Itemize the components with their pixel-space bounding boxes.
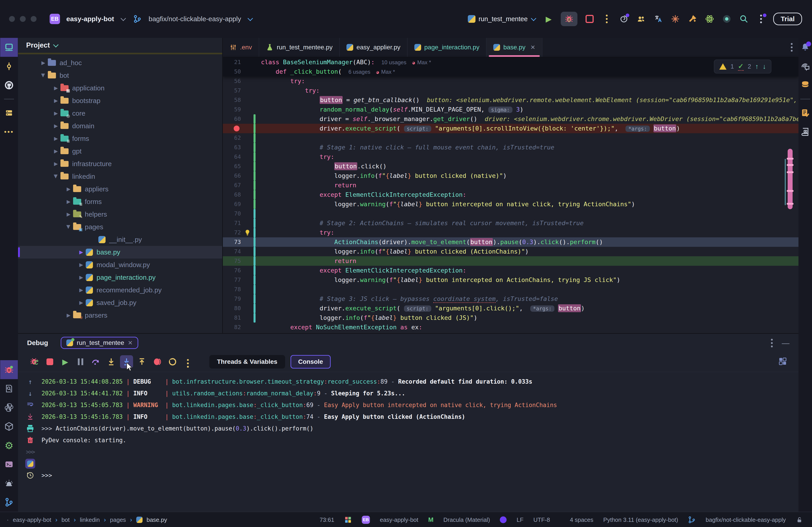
code-line-81[interactable]: 81 logger.info(f"{label} button clicked … (223, 313, 798, 322)
code-line-67[interactable]: 67 return (223, 181, 798, 190)
line-number[interactable]: 59 (223, 105, 243, 114)
breadcrumb-item[interactable]: pages (110, 516, 126, 523)
line-number[interactable]: 67 (223, 181, 243, 190)
tree-item-linkedin[interactable]: ▶linkedin (18, 170, 222, 183)
window-controls[interactable] (9, 16, 37, 22)
line-number[interactable]: 69 (223, 199, 243, 209)
usages-hint[interactable]: 6 usages (348, 69, 371, 75)
line-number[interactable]: 57 (223, 86, 243, 95)
expand-arrow-icon[interactable]: ▶ (64, 211, 73, 217)
clock-icon[interactable] (24, 469, 37, 481)
code-text[interactable] (256, 209, 798, 219)
close-window-icon[interactable] (9, 16, 15, 22)
code-line-80[interactable]: 80 driver.execute_script( script: "argum… (223, 304, 798, 313)
more-run-actions[interactable] (602, 14, 612, 24)
code-area[interactable]: 56 try:57 try:58 button = get_btn_callba… (223, 76, 798, 332)
expand-arrow-icon[interactable]: ▶ (40, 71, 46, 80)
python-packages-tool-stripe-button[interactable] (0, 417, 18, 436)
rerun-button[interactable] (28, 355, 41, 368)
print-icon[interactable] (24, 423, 37, 434)
ai-chat-stripe-button[interactable] (796, 57, 812, 76)
console-row[interactable]: 2026-03-13 15:44:08.285 | DEBUG | bot.in… (42, 376, 798, 388)
run-button[interactable]: ▶ (543, 14, 553, 24)
arrow-up-icon[interactable]: ↑ (24, 376, 37, 388)
branch-switcher[interactable]: bagfix/not-clickable-easy-apply (149, 15, 241, 23)
python-console-tool-stripe-button[interactable] (0, 398, 18, 417)
code-text[interactable]: logger.info(f"{label} button clicked (na… (256, 171, 798, 181)
sticky-line-50[interactable]: 50 def _click_button(6 usages◕Max * (223, 67, 798, 76)
search-icon[interactable] (739, 14, 749, 24)
expand-arrow-icon[interactable]: ▶ (77, 262, 86, 268)
line-number[interactable]: 63 (223, 143, 243, 152)
tree-item-helpers[interactable]: ▶✎helpers (18, 208, 222, 221)
code-line-61[interactable]: driver.execute_script( script: "argument… (223, 124, 798, 133)
code-text[interactable]: button.click() (256, 162, 798, 171)
soft-wrap-icon[interactable] (24, 399, 37, 411)
code-line-60[interactable]: 60 driver = self._browser_manager.get_dr… (223, 114, 798, 124)
expand-arrow-icon[interactable]: ▶ (66, 223, 72, 231)
material-icon[interactable]: M (428, 516, 434, 523)
expand-arrow-icon[interactable]: ▶ (77, 249, 86, 255)
tools-icon[interactable] (687, 14, 697, 24)
line-number[interactable]: 58 (223, 95, 243, 105)
sticky-line-21[interactable]: 21class BaseSeleniumManager(ABC):10 usag… (223, 58, 798, 67)
code-line-64[interactable]: 64 try: (223, 152, 798, 162)
minimize-window-icon[interactable] (20, 16, 26, 22)
more-icon[interactable] (771, 341, 773, 345)
expand-arrow-icon[interactable]: ▶ (52, 98, 60, 104)
expand-arrow-icon[interactable]: ▶ (64, 199, 73, 205)
code-text[interactable]: try: (256, 228, 798, 237)
line-number[interactable]: 70 (223, 209, 243, 219)
code-text[interactable]: return (256, 181, 798, 190)
console-row[interactable] (42, 446, 798, 458)
prev-problem-icon[interactable]: ↑ (755, 63, 758, 70)
expand-arrow-icon[interactable]: ▶ (64, 312, 73, 318)
line-number[interactable]: 74 (223, 247, 243, 256)
line-number[interactable]: 80 (223, 304, 243, 313)
code-line-59[interactable]: 59 random_normal_delay(self.MIN_DELAY_PA… (223, 105, 798, 114)
code-line-71[interactable]: 71 # Stage 2: ActionChains — simulates r… (223, 219, 798, 228)
debug-tool-stripe-button[interactable] (0, 360, 18, 379)
tree-item-page-interaction-py[interactable]: ▶page_interaction.py (18, 271, 222, 284)
line-number[interactable]: 50 (223, 67, 243, 76)
arrow-down-icon[interactable]: ↓ (24, 388, 37, 399)
project-panel-title[interactable]: Project (26, 41, 50, 49)
expand-arrow-icon[interactable]: ▶ (52, 136, 60, 141)
record-icon[interactable] (722, 14, 732, 24)
console-row[interactable] (42, 458, 798, 469)
inspections-widget[interactable]: 1 ✓ 2 ↑ ↓ (714, 60, 771, 74)
debug-session-tab[interactable]: run_test_mentee ✕ (61, 337, 138, 349)
color-scheme-dot[interactable] (500, 516, 507, 523)
ai-swirl-icon[interactable] (619, 14, 629, 24)
code-text[interactable]: ActionChains(driver).move_to_element(but… (256, 237, 798, 247)
code-line-77[interactable]: 77 logger.warning(f"{label} button inter… (223, 275, 798, 285)
tab--env[interactable]: .env (223, 38, 259, 57)
code-text[interactable]: try: (256, 152, 798, 162)
code-line-57[interactable]: 57 try: (223, 86, 798, 95)
line-number[interactable]: 78 (223, 285, 243, 294)
debug-console[interactable]: ↑↓>>> 2026-03-13 15:44:08.285 | DEBUG | … (18, 372, 798, 512)
breadcrumb-item[interactable]: linkedin (80, 516, 100, 523)
code-line-58[interactable]: 58 button = get_btn_callback() button: <… (223, 95, 798, 105)
lock[interactable] (796, 516, 803, 524)
notifications-stripe-button[interactable] (796, 38, 812, 57)
step-out-button[interactable] (135, 355, 148, 368)
line-number[interactable]: 72 (223, 228, 243, 237)
tree-item-appliers[interactable]: ▶appliers (18, 183, 222, 195)
scrollbar-thumb[interactable] (788, 149, 793, 209)
code-line-75[interactable]: 75 return (223, 256, 798, 266)
code-line-76[interactable]: 76 except ElementClickInterceptedExcepti… (223, 266, 798, 275)
expand-arrow-icon[interactable]: ▶ (77, 300, 86, 306)
line-number[interactable]: 62 (223, 133, 243, 143)
code-line-82[interactable]: 82 except NoSuchElementException as ex: (223, 322, 798, 332)
code-text[interactable] (256, 133, 798, 143)
code-line-73[interactable]: 73 ActionChains(driver).move_to_element(… (223, 237, 798, 247)
python-console-icon[interactable] (24, 458, 37, 469)
view-tab-threads-variables[interactable]: Threads & Variables (209, 355, 285, 368)
line-number[interactable]: 71 (223, 219, 243, 228)
scroll-end-icon[interactable] (24, 411, 37, 423)
find-tool-stripe-button[interactable] (0, 379, 18, 398)
code-line-72[interactable]: 72 try: (223, 228, 798, 237)
dictionary-stripe-button[interactable] (796, 122, 812, 141)
mute-breakpoints-button[interactable] (151, 355, 164, 368)
